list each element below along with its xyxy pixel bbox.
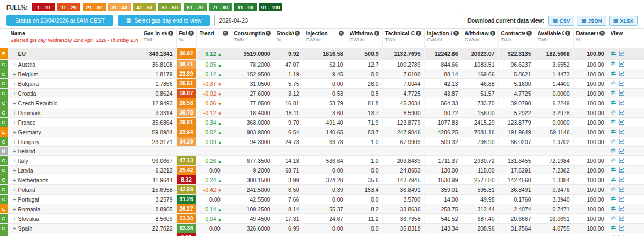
info-icon[interactable]: ? [599,31,605,36]
table-row[interactable]: C +Sweden 0.0082 9.92 0.00 11.5000 0.07 … [0,233,644,236]
country-name-cell[interactable]: +France [8,118,141,127]
chart-icon[interactable] [619,176,625,183]
chart-icon[interactable] [619,90,625,97]
info-icon[interactable]: ? [565,31,570,36]
compare-icon[interactable] [610,80,616,87]
chart-icon[interactable] [619,205,625,212]
country-name-cell[interactable]: +Slovakia [8,214,141,224]
country-name-cell[interactable]: +Czech Republic [8,98,141,108]
table-row[interactable]: C +Poland 15.6958 42.59 -0.42▼ 241.5000 … [0,185,644,195]
country-name-cell[interactable]: +Portugal [8,195,141,204]
legend-bucket[interactable]: 51 - 60 [158,3,181,11]
country-name-cell[interactable]: +Sweden [8,233,141,236]
col-full-percent[interactable]: Full ¹? % [176,29,196,48]
country-name-cell[interactable]: +Netherlands [8,175,141,185]
table-row[interactable]: C +Latvia 6.3212 25.42 0.00 9.2000 68.71… [0,166,644,175]
info-icon[interactable]: ? [266,31,271,36]
legend-bucket[interactable]: 21 - 30 [83,3,106,11]
compare-icon[interactable] [610,167,616,174]
info-icon[interactable]: ? [168,31,173,36]
table-row[interactable]: N +Ireland [0,147,644,156]
info-icon[interactable]: ? [223,31,228,36]
info-icon[interactable]: ? [526,31,532,36]
table-row[interactable]: C +France 35.6864 28.81 0.34▲ 368.0000 9… [0,118,644,127]
expand-icon[interactable]: + [11,81,18,87]
expand-icon[interactable]: + [11,177,18,183]
chart-icon[interactable] [619,196,625,203]
country-name-cell[interactable]: +Ireland [8,147,141,156]
compare-icon[interactable] [610,225,616,232]
chart-icon[interactable] [619,167,625,174]
table-row[interactable]: C +Austria 36.8108 36.71 0.05▲ 78.2000 4… [0,60,644,69]
info-icon[interactable]: ? [453,31,459,36]
country-name-cell[interactable]: +Germany [8,127,141,137]
legend-bucket[interactable]: 61 - 70 [184,3,207,11]
expand-icon[interactable]: + [11,90,18,97]
expand-icon[interactable]: + [11,206,18,212]
table-row[interactable]: E +Germany 59.0984 23.84 0.02▲ 903.9000 … [0,127,644,137]
expand-icon[interactable]: + [11,148,18,154]
col-trend[interactable]: Trend? [196,29,231,48]
chart-icon[interactable] [619,99,625,106]
country-name-cell[interactable]: +Romania [8,204,141,214]
country-name-cell[interactable]: +Austria [8,60,141,69]
chart-icon[interactable] [619,109,625,116]
expand-icon[interactable]: + [11,225,18,232]
legend-bucket[interactable]: 31 - 40 [108,3,131,11]
info-icon[interactable]: ? [416,31,421,36]
status-button[interactable]: Status on 23/04/2026 at 6AM CEST [6,15,113,26]
select-gas-day-button[interactable]: ▦ Select gas day end to view [118,15,210,26]
legend-bucket[interactable]: 91 - 100 [259,3,282,11]
table-row[interactable]: C +Spain 22.7022 63.36 0.00 326.6000 6.9… [0,224,644,233]
download-xlsx-button[interactable]: ▤ XLSX [609,16,638,26]
info-icon[interactable]: ? [188,31,194,36]
col-injection[interactable]: Injection? GWh/d [303,29,347,48]
chart-icon[interactable] [619,157,625,164]
expand-icon[interactable]: + [11,71,18,77]
info-icon[interactable]: ? [490,31,495,36]
legend-bucket[interactable]: 81 - 90 [234,3,257,11]
expand-icon[interactable]: + [11,119,18,126]
expand-icon[interactable]: + [11,196,18,203]
chart-icon[interactable] [619,51,625,58]
col-withdrawal[interactable]: Withdrawal? GWh/d [347,29,382,48]
compare-icon[interactable] [610,176,616,183]
compare-icon[interactable] [610,119,616,126]
compare-icon[interactable] [610,61,616,68]
col-consumption[interactable]: Consumption ²? TWh [231,29,274,48]
col-injection-capacity[interactable]: Injection Capa...? GWh/d [424,29,462,48]
expand-icon[interactable]: + [11,158,18,164]
chart-icon[interactable] [619,119,625,126]
chart-icon[interactable] [619,61,625,68]
compare-icon[interactable] [610,157,616,164]
col-available-capacity[interactable]: Available Cap...? TWh [535,29,573,48]
compare-icon[interactable] [610,205,616,212]
expand-icon[interactable]: + [11,100,18,106]
col-withdrawal-capacity[interactable]: Withdrawal Ca...? GWh/d [462,29,498,48]
expand-icon[interactable]: + [11,110,18,116]
country-name-cell[interactable]: +Belgium [8,69,141,79]
country-name-cell[interactable]: +Poland [8,185,141,195]
expand-icon[interactable]: + [11,216,18,222]
chart-icon[interactable] [619,186,625,193]
table-row[interactable]: C +Portugal 3.2579 91.26 0.00 42.5500 7.… [0,195,644,204]
compare-icon[interactable] [610,109,616,116]
gas-day-date-input[interactable] [214,15,463,26]
legend-bucket[interactable]: 11 - 20 [57,3,80,11]
compare-icon[interactable] [610,90,616,97]
compare-icon[interactable] [610,138,616,145]
compare-icon[interactable] [610,70,616,77]
col-stock-cons[interactable]: Stock/Cons ³? % [274,29,303,48]
country-name-cell[interactable]: +Spain [8,224,141,233]
col-technical-capacity[interactable]: Technical Cap...? TWh [382,29,424,48]
compare-icon[interactable] [610,51,616,58]
download-csv-button[interactable]: ▤ CSV [548,16,574,26]
chart-icon[interactable] [619,138,625,145]
legend-bucket[interactable]: 1 - 10 [32,3,55,11]
col-contracted-capacity[interactable]: Contracted Ca...? TWh [498,29,535,48]
expand-icon[interactable]: + [11,139,18,145]
compare-icon[interactable] [610,148,616,155]
table-row[interactable]: C +Denmark 3.3314 38.78 -0.12▼ 18.4000 1… [0,108,644,118]
chart-icon[interactable] [619,70,625,77]
compare-icon[interactable] [610,215,616,222]
